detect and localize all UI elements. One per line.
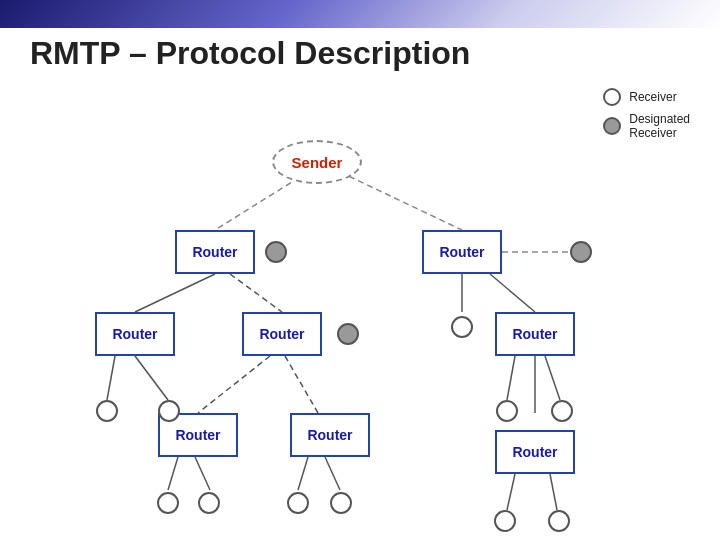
svg-line-7 bbox=[285, 356, 318, 413]
router-r4: Router bbox=[242, 312, 322, 356]
node-r2-right bbox=[570, 241, 592, 263]
router-r1: Router bbox=[175, 230, 255, 274]
sender-label: Sender bbox=[292, 154, 343, 171]
svg-line-18 bbox=[550, 474, 557, 510]
node-r2-below bbox=[451, 316, 473, 338]
svg-line-10 bbox=[298, 457, 308, 490]
svg-line-3 bbox=[230, 274, 282, 312]
designated-circle-icon bbox=[603, 117, 621, 135]
legend: Receiver DesignatedReceiver bbox=[603, 88, 690, 140]
page-title: RMTP – Protocol Description bbox=[30, 35, 470, 72]
node-r1-right bbox=[265, 241, 287, 263]
node-r5-right bbox=[551, 400, 573, 422]
svg-line-2 bbox=[135, 274, 215, 312]
svg-line-15 bbox=[545, 356, 560, 400]
legend-receiver: Receiver bbox=[603, 88, 690, 106]
diagram-lines bbox=[0, 0, 720, 540]
router-r5: Router bbox=[495, 312, 575, 356]
node-r6-right bbox=[198, 492, 220, 514]
router-r8: Router bbox=[495, 430, 575, 474]
svg-line-9 bbox=[195, 457, 210, 490]
node-r7-right bbox=[330, 492, 352, 514]
router-r7: Router bbox=[290, 413, 370, 457]
node-r3-left bbox=[96, 400, 118, 422]
router-r2: Router bbox=[422, 230, 502, 274]
node-r5-left bbox=[496, 400, 518, 422]
node-r7-left bbox=[287, 492, 309, 514]
svg-line-14 bbox=[507, 356, 515, 400]
node-r8-right bbox=[548, 510, 570, 532]
svg-line-17 bbox=[507, 474, 515, 510]
node-r4-right bbox=[337, 323, 359, 345]
svg-line-8 bbox=[168, 457, 178, 490]
legend-designated: DesignatedReceiver bbox=[603, 112, 690, 140]
svg-line-6 bbox=[198, 356, 270, 413]
node-r6-left bbox=[157, 492, 179, 514]
svg-line-4 bbox=[107, 356, 115, 400]
svg-line-13 bbox=[490, 274, 535, 312]
designated-label: DesignatedReceiver bbox=[629, 112, 690, 140]
router-r3: Router bbox=[95, 312, 175, 356]
sender-node: Sender bbox=[272, 140, 362, 184]
receiver-circle-icon bbox=[603, 88, 621, 106]
node-r8-left bbox=[494, 510, 516, 532]
svg-line-5 bbox=[135, 356, 168, 400]
header-bar bbox=[0, 0, 720, 28]
svg-line-11 bbox=[325, 457, 340, 490]
svg-line-1 bbox=[340, 172, 462, 230]
receiver-label: Receiver bbox=[629, 90, 676, 104]
node-r3-right bbox=[158, 400, 180, 422]
